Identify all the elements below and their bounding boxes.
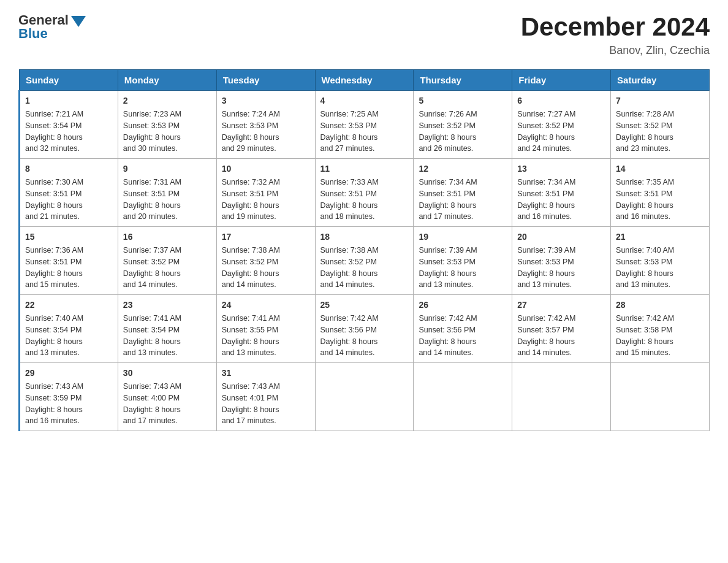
calendar-body: 1Sunrise: 7:21 AM Sunset: 3:54 PM Daylig… [20,91,710,431]
month-title: December 2024 [521,12,710,42]
location-text: Banov, Zlin, Czechia [521,44,710,57]
day-info: Sunrise: 7:24 AM Sunset: 3:53 PM Dayligh… [222,110,280,153]
day-number: 2 [123,94,211,107]
day-number: 25 [320,299,409,312]
calendar-cell: 9Sunrise: 7:31 AM Sunset: 3:51 PM Daylig… [118,159,216,227]
day-info: Sunrise: 7:42 AM Sunset: 3:57 PM Dayligh… [517,314,575,357]
day-number: 26 [419,299,507,312]
day-info: Sunrise: 7:40 AM Sunset: 3:53 PM Dayligh… [616,246,674,289]
day-info: Sunrise: 7:31 AM Sunset: 3:51 PM Dayligh… [123,178,181,221]
day-info: Sunrise: 7:38 AM Sunset: 3:52 PM Dayligh… [222,246,280,289]
logo-blue-text: Blue [18,26,48,42]
weekday-header-thursday: Thursday [414,70,512,91]
day-info: Sunrise: 7:21 AM Sunset: 3:54 PM Dayligh… [25,110,83,153]
day-info: Sunrise: 7:23 AM Sunset: 3:53 PM Dayligh… [123,110,181,153]
weekday-header-row: SundayMondayTuesdayWednesdayThursdayFrid… [20,70,710,91]
day-info: Sunrise: 7:27 AM Sunset: 3:52 PM Dayligh… [517,110,575,153]
weekday-header-saturday: Saturday [611,70,710,91]
day-number: 3 [222,94,310,107]
day-number: 31 [222,367,310,380]
calendar-cell: 3Sunrise: 7:24 AM Sunset: 3:53 PM Daylig… [216,91,315,159]
calendar-cell: 13Sunrise: 7:34 AM Sunset: 3:51 PM Dayli… [512,159,611,227]
day-number: 9 [123,163,211,175]
day-number: 20 [517,231,605,243]
calendar-cell: 20Sunrise: 7:39 AM Sunset: 3:53 PM Dayli… [512,227,611,295]
calendar-cell: 11Sunrise: 7:33 AM Sunset: 3:51 PM Dayli… [315,159,414,227]
day-number: 30 [123,367,211,380]
calendar-week-row: 22Sunrise: 7:40 AM Sunset: 3:54 PM Dayli… [20,295,710,363]
day-number: 6 [517,94,605,107]
day-number: 22 [25,299,113,312]
day-number: 1 [25,94,113,107]
day-number: 10 [222,163,310,175]
day-info: Sunrise: 7:25 AM Sunset: 3:53 PM Dayligh… [320,110,379,153]
page-header: General Blue December 2024 Banov, Zlin, … [18,12,710,57]
calendar-cell: 31Sunrise: 7:43 AM Sunset: 4:01 PM Dayli… [216,363,315,431]
calendar-cell: 8Sunrise: 7:30 AM Sunset: 3:51 PM Daylig… [20,159,118,227]
day-number: 28 [616,299,704,312]
day-info: Sunrise: 7:35 AM Sunset: 3:51 PM Dayligh… [616,178,674,221]
calendar-cell: 7Sunrise: 7:28 AM Sunset: 3:52 PM Daylig… [611,91,710,159]
day-number: 13 [517,163,605,175]
day-info: Sunrise: 7:42 AM Sunset: 3:56 PM Dayligh… [320,314,379,357]
calendar-cell: 15Sunrise: 7:36 AM Sunset: 3:51 PM Dayli… [20,227,118,295]
day-number: 15 [25,231,113,243]
calendar-week-row: 1Sunrise: 7:21 AM Sunset: 3:54 PM Daylig… [20,91,710,159]
day-info: Sunrise: 7:26 AM Sunset: 3:52 PM Dayligh… [419,110,477,153]
day-number: 16 [123,231,211,243]
calendar-cell [414,363,512,431]
calendar-cell: 22Sunrise: 7:40 AM Sunset: 3:54 PM Dayli… [20,295,118,363]
weekday-header-friday: Friday [512,70,611,91]
calendar-cell: 26Sunrise: 7:42 AM Sunset: 3:56 PM Dayli… [414,295,512,363]
calendar-cell: 6Sunrise: 7:27 AM Sunset: 3:52 PM Daylig… [512,91,611,159]
calendar-cell: 27Sunrise: 7:42 AM Sunset: 3:57 PM Dayli… [512,295,611,363]
day-number: 4 [320,94,409,107]
weekday-header-tuesday: Tuesday [216,70,315,91]
day-number: 8 [25,163,113,175]
day-info: Sunrise: 7:39 AM Sunset: 3:53 PM Dayligh… [419,246,477,289]
day-info: Sunrise: 7:41 AM Sunset: 3:54 PM Dayligh… [123,314,181,357]
day-info: Sunrise: 7:40 AM Sunset: 3:54 PM Dayligh… [25,314,83,357]
calendar-cell: 10Sunrise: 7:32 AM Sunset: 3:51 PM Dayli… [216,159,315,227]
day-info: Sunrise: 7:41 AM Sunset: 3:55 PM Dayligh… [222,314,280,357]
calendar-cell: 29Sunrise: 7:43 AM Sunset: 3:59 PM Dayli… [20,363,118,431]
day-number: 12 [419,163,507,175]
day-number: 5 [419,94,507,107]
calendar-cell [315,363,414,431]
title-area: December 2024 Banov, Zlin, Czechia [521,12,710,57]
weekday-header-monday: Monday [118,70,216,91]
day-info: Sunrise: 7:36 AM Sunset: 3:51 PM Dayligh… [25,246,83,289]
day-info: Sunrise: 7:42 AM Sunset: 3:56 PM Dayligh… [419,314,477,357]
day-info: Sunrise: 7:34 AM Sunset: 3:51 PM Dayligh… [419,178,477,221]
day-info: Sunrise: 7:43 AM Sunset: 3:59 PM Dayligh… [25,382,83,425]
day-number: 23 [123,299,211,312]
day-number: 21 [616,231,704,243]
day-number: 29 [25,367,113,380]
day-info: Sunrise: 7:34 AM Sunset: 3:51 PM Dayligh… [517,178,575,221]
calendar-cell: 18Sunrise: 7:38 AM Sunset: 3:52 PM Dayli… [315,227,414,295]
calendar-cell: 16Sunrise: 7:37 AM Sunset: 3:52 PM Dayli… [118,227,216,295]
calendar-cell: 14Sunrise: 7:35 AM Sunset: 3:51 PM Dayli… [611,159,710,227]
calendar-cell: 5Sunrise: 7:26 AM Sunset: 3:52 PM Daylig… [414,91,512,159]
day-number: 24 [222,299,310,312]
day-info: Sunrise: 7:32 AM Sunset: 3:51 PM Dayligh… [222,178,280,221]
day-info: Sunrise: 7:28 AM Sunset: 3:52 PM Dayligh… [616,110,674,153]
day-number: 19 [419,231,507,243]
day-info: Sunrise: 7:43 AM Sunset: 4:01 PM Dayligh… [222,382,280,425]
day-number: 27 [517,299,605,312]
calendar-cell: 21Sunrise: 7:40 AM Sunset: 3:53 PM Dayli… [611,227,710,295]
calendar-cell: 19Sunrise: 7:39 AM Sunset: 3:53 PM Dayli… [414,227,512,295]
calendar-cell: 28Sunrise: 7:42 AM Sunset: 3:58 PM Dayli… [611,295,710,363]
calendar-week-row: 8Sunrise: 7:30 AM Sunset: 3:51 PM Daylig… [20,159,710,227]
calendar-cell: 25Sunrise: 7:42 AM Sunset: 3:56 PM Dayli… [315,295,414,363]
calendar-cell: 23Sunrise: 7:41 AM Sunset: 3:54 PM Dayli… [118,295,216,363]
calendar-cell: 4Sunrise: 7:25 AM Sunset: 3:53 PM Daylig… [315,91,414,159]
day-number: 17 [222,231,310,243]
day-info: Sunrise: 7:43 AM Sunset: 4:00 PM Dayligh… [123,382,181,425]
day-number: 7 [616,94,704,107]
calendar-cell: 12Sunrise: 7:34 AM Sunset: 3:51 PM Dayli… [414,159,512,227]
day-info: Sunrise: 7:30 AM Sunset: 3:51 PM Dayligh… [25,178,83,221]
logo-triangle-icon [71,16,86,27]
calendar-cell: 30Sunrise: 7:43 AM Sunset: 4:00 PM Dayli… [118,363,216,431]
logo: General Blue [18,12,86,42]
